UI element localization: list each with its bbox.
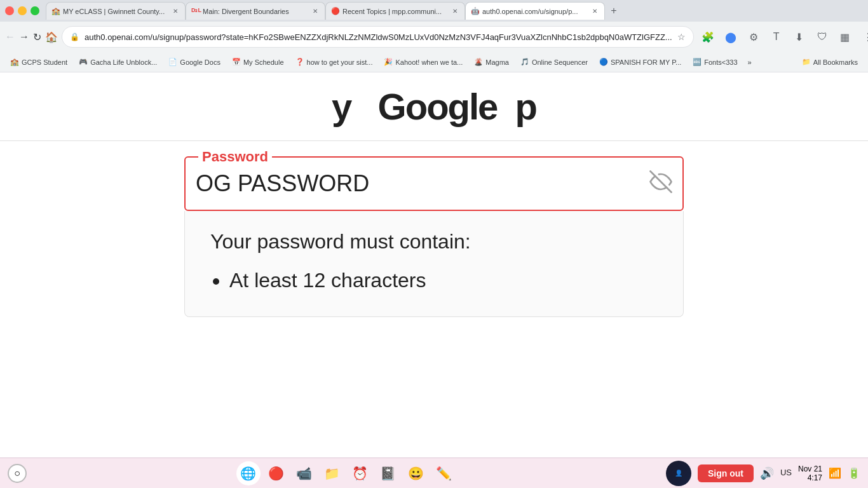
bookmark-label-spanish: SPANISH FOR MY P... bbox=[611, 58, 681, 66]
taskbar-app-drive[interactable]: 📁 bbox=[320, 461, 344, 485]
taskbar-app-meet[interactable]: 📹 bbox=[292, 461, 316, 485]
requirement-item-0: At least 12 characters bbox=[229, 269, 658, 292]
page-content: y Google p Password bbox=[0, 72, 868, 458]
toolbar-icons: 🧩 ⬤ ⚙ T ⬇ 🛡 ▦ ⋮ bbox=[698, 27, 868, 47]
download-button[interactable]: ⬇ bbox=[789, 27, 810, 47]
password-label: Password bbox=[198, 149, 272, 165]
tab-close-openai[interactable]: ✕ bbox=[590, 7, 599, 16]
battery-icon: 🔋 bbox=[848, 467, 860, 479]
requirements-list: At least 12 characters bbox=[210, 269, 658, 292]
taskbar-app-notes[interactable]: 📓 bbox=[376, 461, 400, 485]
bookmark-favicon-howto: ❓ bbox=[295, 58, 304, 67]
password-section: Password bbox=[0, 156, 868, 211]
url-text: auth0.openai.com/u/signup/password?state… bbox=[85, 32, 672, 42]
tab-favicon-d2l: D₂L bbox=[191, 7, 200, 16]
tab-title-openai: auth0.openai.com/u/signup/p... bbox=[482, 8, 588, 15]
bookmark-label-magma: Magma bbox=[485, 58, 509, 66]
tab-d2l[interactable]: D₂L Main: Divergent Boundaries ✕ bbox=[186, 2, 325, 20]
sidebar-button[interactable]: ▦ bbox=[835, 27, 855, 47]
address-bar[interactable]: 🔒 auth0.openai.com/u/signup/password?sta… bbox=[62, 26, 694, 48]
address-bar-row: ← → ↻ 🏠 🔒 auth0.openai.com/u/signup/pass… bbox=[0, 22, 868, 52]
taskbar-left: ○ bbox=[8, 464, 27, 483]
bookmark-label-gacha: Gacha Life Unblock... bbox=[90, 58, 157, 66]
tab-openai[interactable]: 🤖 auth0.openai.com/u/signup/p... ✕ bbox=[465, 2, 605, 20]
settings-button[interactable]: ⚙ bbox=[743, 27, 764, 47]
tab-title-topics: Recent Topics | mpp.communi... bbox=[342, 8, 448, 15]
time-date: Nov 21 4:17 bbox=[798, 464, 822, 482]
taskbar: ○ 🌐 🔴 📹 📁 ⏰ 📓 😀 ✏️ 👤 Sign out 🔊 US Nov 2… bbox=[0, 458, 868, 488]
taskbar-app-chrome[interactable]: 🌐 bbox=[236, 461, 261, 485]
extensions-button[interactable]: 🧩 bbox=[698, 27, 718, 47]
browser-window: 🏫 MY eCLASS | Gwinnett County... ✕ D₂L M… bbox=[0, 0, 868, 488]
window-maximize-button[interactable] bbox=[31, 6, 39, 15]
bookmark-favicon-gcps: 🏫 bbox=[10, 58, 19, 67]
wifi-icon: 📶 bbox=[829, 467, 841, 479]
bookmarks-more-button[interactable]: » bbox=[744, 55, 756, 70]
volume-icon[interactable]: 🔊 bbox=[760, 466, 774, 480]
password-container: Password bbox=[184, 156, 684, 211]
taskbar-app-face[interactable]: 😀 bbox=[404, 461, 428, 485]
home-button[interactable]: 🏠 bbox=[45, 27, 58, 47]
heading-text: y Google p bbox=[332, 86, 536, 127]
bookmark-howto[interactable]: ❓ how to get your sist... bbox=[290, 55, 378, 70]
top-heading-area: y Google p bbox=[0, 72, 868, 140]
chrome-logo-button[interactable]: ⬤ bbox=[721, 27, 741, 47]
window-controls bbox=[5, 6, 39, 15]
bookmarks-bar: 🏫 GCPS Student 🎮 Gacha Life Unblock... 📄… bbox=[0, 52, 868, 72]
sign-out-button[interactable]: Sign out bbox=[698, 464, 754, 482]
bookmark-kahoot[interactable]: 🎉 Kahoot! when we ta... bbox=[379, 55, 468, 70]
content-area: y Google p Password bbox=[0, 72, 868, 458]
reload-button[interactable]: ↻ bbox=[33, 27, 41, 47]
menu-button[interactable]: ⋮ bbox=[858, 27, 868, 47]
tab-title-eclass: MY eCLASS | Gwinnett County... bbox=[63, 8, 168, 15]
bookmark-favicon-gdocs: 📄 bbox=[168, 58, 177, 67]
tab-close-topics[interactable]: ✕ bbox=[451, 7, 459, 16]
bookmark-favicon-kahoot: 🎉 bbox=[384, 58, 393, 67]
bookmark-gcps[interactable]: 🏫 GCPS Student bbox=[5, 55, 72, 70]
bookmark-sequencer[interactable]: 🎵 Online Sequencer bbox=[515, 55, 593, 70]
forward-button[interactable]: → bbox=[19, 27, 29, 47]
bookmark-schedule[interactable]: 📅 My Schedule bbox=[227, 55, 289, 70]
password-input[interactable] bbox=[196, 165, 649, 202]
tabs-bar: 🏫 MY eCLASS | Gwinnett County... ✕ D₂L M… bbox=[46, 2, 863, 20]
bookmark-spanish[interactable]: 🔵 SPANISH FOR MY P... bbox=[594, 55, 686, 70]
tab-topics[interactable]: 🔴 Recent Topics | mpp.communi... ✕ bbox=[325, 2, 465, 20]
bookmark-label-schedule: My Schedule bbox=[243, 58, 284, 66]
lock-icon: 🔒 bbox=[70, 32, 79, 41]
taskbar-app-write[interactable]: ✏️ bbox=[432, 461, 456, 485]
bookmark-star-icon[interactable]: ☆ bbox=[677, 32, 686, 42]
language-text: US bbox=[780, 468, 792, 478]
bookmark-label-fonts: Fonts<333 bbox=[704, 58, 737, 66]
taskbar-profile-icon[interactable]: 👤 bbox=[666, 461, 691, 486]
language-indicator: US bbox=[780, 468, 792, 478]
bookmark-gdocs[interactable]: 📄 Google Docs bbox=[163, 55, 226, 70]
tab-eclass[interactable]: 🏫 MY eCLASS | Gwinnett County... ✕ bbox=[46, 2, 186, 20]
tab-favicon-eclass: 🏫 bbox=[51, 7, 60, 16]
bookmark-fonts[interactable]: 🔤 Fonts<333 bbox=[688, 55, 742, 70]
new-tab-button[interactable]: + bbox=[605, 2, 623, 20]
bookmark-gacha[interactable]: 🎮 Gacha Life Unblock... bbox=[74, 55, 162, 70]
top-heading-text: y Google p bbox=[332, 85, 536, 128]
adblocker-button[interactable]: 🛡 bbox=[812, 27, 832, 47]
date-text: Nov 21 bbox=[798, 464, 822, 473]
taskbar-app-reddit[interactable]: 🔴 bbox=[264, 461, 288, 485]
taskbar-circle-button[interactable]: ○ bbox=[8, 464, 27, 483]
bookmark-label-howto: how to get your sist... bbox=[307, 58, 373, 66]
window-close-button[interactable] bbox=[5, 6, 14, 15]
tab-close-eclass[interactable]: ✕ bbox=[171, 7, 180, 16]
tab-title-d2l: Main: Divergent Boundaries bbox=[203, 8, 308, 15]
bookmark-favicon-fonts: 🔤 bbox=[693, 58, 702, 67]
tab-close-d2l[interactable]: ✕ bbox=[311, 7, 320, 16]
taskbar-app-clock[interactable]: ⏰ bbox=[348, 461, 372, 485]
taskbar-apps: 🌐 🔴 📹 📁 ⏰ 📓 😀 ✏️ bbox=[32, 461, 661, 485]
bookmark-magma[interactable]: 🌋 Magma bbox=[469, 55, 514, 70]
bookmark-favicon-magma: 🌋 bbox=[474, 58, 483, 67]
window-minimize-button[interactable] bbox=[18, 6, 27, 15]
bookmark-label-gcps: GCPS Student bbox=[22, 58, 67, 66]
back-button[interactable]: ← bbox=[5, 27, 15, 47]
password-input-row bbox=[196, 165, 672, 202]
requirements-title: Your password must contain: bbox=[210, 230, 658, 254]
bookmark-all-bookmarks[interactable]: 📁 All Bookmarks bbox=[797, 55, 863, 70]
eye-slash-icon[interactable] bbox=[649, 170, 672, 198]
translate-button[interactable]: T bbox=[766, 27, 787, 47]
